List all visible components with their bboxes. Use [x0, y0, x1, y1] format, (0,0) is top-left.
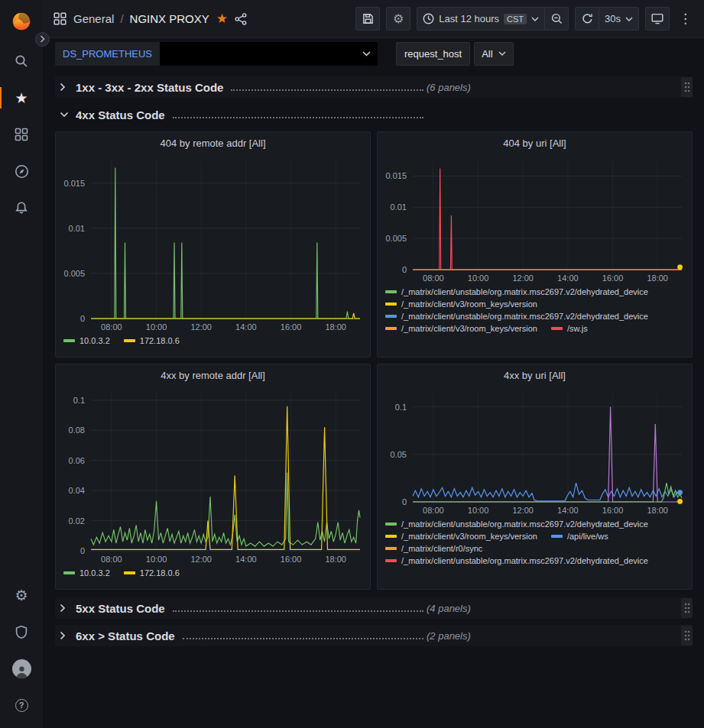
kebab-menu-icon[interactable]: ⋮ [676, 11, 695, 27]
legend-series-color [124, 571, 135, 574]
dashboard-content: 1xx - 3xx - 2xx Status Code (6 panels) 4… [43, 67, 704, 728]
row-4xx[interactable]: 4xx Status Code [55, 104, 693, 125]
legend-item[interactable]: 172.18.0.6 [124, 336, 180, 345]
timeseries-chart[interactable]: 08:0010:0012:0014:0016:0018:0000.0050.01… [56, 154, 370, 334]
svg-text:08:00: 08:00 [101, 322, 122, 332]
row-drag-handle[interactable] [681, 626, 693, 645]
request-host-select[interactable]: All [474, 42, 513, 66]
legend-series-color [385, 315, 397, 318]
grafana-logo[interactable] [8, 8, 34, 34]
legend-item[interactable]: 10.0.3.2 [63, 336, 110, 345]
sidebar-item-server-admin[interactable] [0, 613, 43, 650]
dotted-leader [173, 610, 423, 612]
legend-item[interactable]: 172.18.0.6 [124, 568, 180, 578]
row-1xx-3xx-2xx[interactable]: 1xx - 3xx - 2xx Status Code (6 panels) [55, 76, 693, 98]
legend-series-color [385, 523, 397, 526]
legend-item[interactable]: /_matrix/client/unstable/org.matrix.msc2… [385, 556, 648, 565]
monitor-icon [651, 13, 663, 24]
row-5xx[interactable]: 5xx Status Code (4 panels) [55, 597, 693, 619]
panel-4xx-by-uri: 4xx by uri [All] 08:0010:0012:0014:0016:… [377, 364, 693, 590]
svg-text:18:00: 18:00 [325, 555, 346, 564]
main-area: General / NGINX PROXY ★ [43, 0, 704, 728]
legend-item[interactable]: /_matrix/client/r0/sync [385, 544, 482, 553]
panel-title[interactable]: 404 by uri [All] [378, 132, 692, 154]
zoom-out-button[interactable] [544, 7, 569, 31]
svg-text:0.02: 0.02 [69, 516, 85, 526]
panel-404-by-uri: 404 by uri [All] 08:0010:0012:0014:0016:… [377, 131, 693, 358]
svg-text:10:00: 10:00 [146, 555, 167, 564]
time-range-picker[interactable]: Last 12 hours CST [417, 7, 545, 31]
variable-request-host: request_host All [396, 42, 514, 66]
legend-item[interactable]: /_matrix/client/v3/room_keys/version [385, 532, 537, 541]
legend-item[interactable]: /_matrix/client/v3/room_keys/version [385, 299, 537, 309]
apps-icon[interactable] [54, 12, 67, 25]
legend-row: /_matrix/client/v3/room_keys/version/api… [385, 532, 686, 541]
time-range-label: Last 12 hours [439, 13, 499, 24]
svg-text:0: 0 [402, 265, 407, 274]
breadcrumb-section[interactable]: General [73, 12, 114, 25]
dashboard-settings-button[interactable]: ⚙ [386, 7, 410, 31]
svg-text:0.015: 0.015 [385, 171, 407, 180]
svg-text:0.005: 0.005 [63, 269, 85, 278]
timeseries-chart[interactable]: 08:0010:0012:0014:0016:0018:0000.050.1 [378, 386, 692, 517]
svg-text:12:00: 12:00 [190, 322, 212, 332]
refresh-button[interactable] [575, 7, 599, 31]
refresh-interval-picker[interactable]: 30s [599, 7, 639, 31]
row-drag-handle[interactable] [681, 77, 693, 97]
chevron-right-icon [40, 35, 45, 43]
legend-item[interactable]: /_matrix/client/unstable/org.matrix.msc2… [385, 519, 648, 529]
panel-title[interactable]: 4xx by uri [All] [378, 364, 692, 386]
favorite-star-icon[interactable]: ★ [216, 12, 228, 25]
sidebar: ★ [0, 0, 43, 728]
svg-text:0.1: 0.1 [73, 396, 85, 405]
clock-icon [423, 13, 434, 24]
dotted-leader [231, 89, 423, 91]
panel-title[interactable]: 404 by remote addr [All] [56, 132, 370, 154]
svg-text:0: 0 [80, 314, 85, 323]
svg-text:0.015: 0.015 [63, 179, 85, 188]
row-drag-handle[interactable] [681, 598, 693, 618]
sidebar-item-explore[interactable] [0, 153, 43, 189]
svg-text:14:00: 14:00 [557, 273, 579, 283]
panel-404-by-remote-addr: 404 by remote addr [All] 08:0010:0012:00… [55, 131, 371, 358]
datasource-select[interactable] [160, 42, 378, 66]
timeseries-chart[interactable]: 08:0010:0012:0014:0016:0018:0000.020.040… [56, 386, 370, 566]
sidebar-item-configuration[interactable]: ⚙ [0, 577, 43, 613]
sidebar-item-profile[interactable] [0, 650, 43, 687]
legend-item[interactable]: /api/live/ws [551, 532, 608, 541]
share-icon[interactable] [235, 13, 247, 25]
dotted-leader [173, 117, 423, 118]
row-6xx[interactable]: 6xx > Status Code (2 panels) [55, 625, 693, 646]
sidebar-item-help[interactable]: ? [0, 687, 43, 723]
sidebar-item-starred[interactable]: ★ [0, 79, 43, 116]
legend-item[interactable]: /_matrix/client/unstable/org.matrix.msc2… [385, 312, 648, 321]
sidebar-expand-button[interactable] [35, 32, 50, 47]
sidebar-item-alerting[interactable] [0, 189, 43, 226]
save-dashboard-button[interactable] [355, 7, 380, 31]
svg-text:0.04: 0.04 [69, 486, 85, 495]
tv-mode-button[interactable] [645, 7, 670, 31]
legend-item[interactable]: /_matrix/client/unstable/org.matrix.msc2… [385, 287, 648, 296]
svg-text:12:00: 12:00 [190, 555, 212, 564]
legend-item[interactable]: /_matrix/client/v3/room_keys/version [385, 324, 537, 333]
panel-title[interactable]: 4xx by remote addr [All] [56, 364, 370, 386]
refresh-icon [582, 13, 593, 24]
legend-row: /_matrix/client/unstable/org.matrix.msc2… [385, 556, 686, 565]
timeseries-chart[interactable]: 08:0010:0012:0014:0016:0018:0000.0050.01… [378, 154, 692, 285]
svg-text:0.1: 0.1 [395, 403, 407, 412]
zoom-out-icon [551, 13, 563, 24]
breadcrumb: General / NGINX PROXY [73, 12, 209, 25]
legend-item[interactable]: 10.0.3.2 [63, 568, 110, 578]
svg-text:0: 0 [80, 546, 85, 555]
legend-row: /_matrix/client/v3/room_keys/version/sw.… [385, 324, 686, 333]
sidebar-item-dashboards[interactable] [0, 116, 43, 153]
legend-item[interactable]: /sw.js [551, 324, 588, 333]
save-icon [362, 13, 374, 24]
sidebar-item-search[interactable] [0, 43, 43, 79]
svg-text:18:00: 18:00 [647, 273, 668, 283]
chart-legend: 10.0.3.2172.18.0.6 [56, 566, 370, 589]
grafana-logo-icon [10, 9, 33, 32]
legend-series-color [124, 339, 135, 342]
breadcrumb-title[interactable]: NGINX PROXY [130, 12, 209, 25]
request-host-value: All [482, 48, 492, 60]
